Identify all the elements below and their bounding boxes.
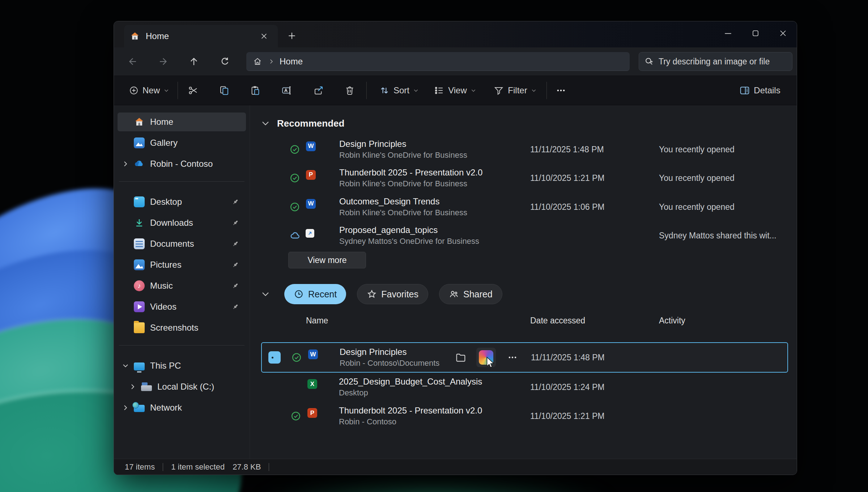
- sidebar-item-music[interactable]: ♪ Music: [118, 276, 246, 295]
- details-button-label: Details: [754, 85, 780, 96]
- row-more-options-button[interactable]: [503, 348, 522, 367]
- chevron-right-icon[interactable]: [120, 404, 131, 411]
- breadcrumb[interactable]: Home: [280, 56, 303, 67]
- sidebar-item-this-pc[interactable]: This PC: [118, 356, 246, 375]
- sidebar-item-local-disk[interactable]: Local Disk (C:): [118, 377, 246, 396]
- recommended-item[interactable]: Proposed_agenda_topics Sydney Mattos's O…: [261, 221, 788, 250]
- tab-close-icon[interactable]: [256, 28, 272, 44]
- downloads-icon: [133, 218, 145, 228]
- file-name: 2025_Design_Budget_Cost_Analysis: [339, 377, 482, 387]
- recommended-item[interactable]: W Design Principles Robin Kline's OneDri…: [261, 135, 788, 164]
- sidebar-item-onedrive[interactable]: Robin - Contoso: [118, 154, 246, 173]
- chevron-down-icon[interactable]: [261, 290, 270, 298]
- sidebar-divider: [119, 181, 244, 182]
- search-input[interactable]: Try describing an image or file: [639, 52, 792, 71]
- pin-icon: [231, 261, 239, 269]
- recommended-section-header[interactable]: Recommended: [261, 116, 344, 131]
- view-more-button[interactable]: View more: [288, 252, 366, 268]
- file-row[interactable]: X 2025_Design_Budget_Cost_Analysis Deskt…: [261, 373, 788, 402]
- selection-size: 27.8 KB: [233, 462, 261, 472]
- more-options-button[interactable]: [551, 80, 571, 101]
- tab-home[interactable]: Home: [124, 25, 278, 47]
- status-divider: [269, 463, 269, 471]
- open-file-location-button[interactable]: [451, 348, 471, 367]
- toolbar-divider: [178, 82, 178, 99]
- file-name: Design Principles: [339, 139, 467, 149]
- filter-recent[interactable]: Recent: [284, 284, 346, 304]
- clock-icon: [294, 289, 304, 299]
- sidebar-divider: [119, 345, 244, 345]
- cloud-status-icon: [289, 230, 300, 241]
- maximize-button[interactable]: [742, 21, 769, 45]
- command-bar: New: [114, 76, 797, 105]
- sidebar-item-home[interactable]: Home: [118, 113, 246, 131]
- sidebar-item-desktop[interactable]: Desktop: [118, 192, 246, 211]
- sync-check-icon: [289, 202, 300, 212]
- filter-button[interactable]: Filter: [486, 80, 544, 101]
- filter-favorites[interactable]: Favorites: [357, 284, 428, 304]
- file-name: Outcomes_Design Trends: [339, 196, 467, 207]
- filter-shared[interactable]: Shared: [439, 284, 502, 304]
- recommended-item[interactable]: W Outcomes_Design Trends Robin Kline's O…: [261, 192, 788, 221]
- search-sparkle-icon: [644, 56, 654, 67]
- chevron-right-icon[interactable]: [128, 383, 138, 390]
- sync-check-icon: [289, 144, 300, 155]
- sidebar-item-videos[interactable]: Videos: [118, 297, 246, 316]
- cut-button[interactable]: [182, 80, 204, 101]
- close-button[interactable]: [769, 21, 797, 45]
- filter-label: Favorites: [381, 289, 418, 300]
- selected-checkbox[interactable]: [268, 351, 281, 364]
- file-location: Robin - Contoso: [339, 417, 482, 427]
- shortcut-arrow-icon: [306, 229, 314, 238]
- back-icon[interactable]: [123, 52, 141, 71]
- file-name: Thunderbolt 2025 - Presentation v2.0: [339, 167, 482, 178]
- rename-button[interactable]: [276, 80, 298, 101]
- explorer-body: Home Gallery Robin -: [114, 105, 797, 459]
- refresh-icon[interactable]: [216, 52, 234, 71]
- sort-button[interactable]: Sort: [372, 80, 426, 101]
- gallery-icon: [133, 137, 145, 148]
- chevron-down-icon[interactable]: [120, 362, 131, 369]
- pictures-icon: [133, 259, 145, 270]
- share-button[interactable]: [308, 80, 329, 101]
- new-button[interactable]: New: [122, 80, 176, 101]
- pin-icon: [231, 240, 239, 248]
- star-icon: [367, 289, 377, 299]
- file-location: Robin Kline's OneDrive for Business: [339, 150, 467, 160]
- file-row[interactable]: P Thunderbolt 2025 - Presentation v2.0 R…: [261, 402, 788, 430]
- details-button[interactable]: Details: [731, 80, 789, 101]
- file-name: Thunderbolt 2025 - Presentation v2.0: [339, 406, 482, 416]
- sidebar-label: Screenshots: [150, 323, 198, 333]
- sidebar-item-gallery[interactable]: Gallery: [118, 133, 246, 152]
- status-divider: [163, 463, 163, 471]
- address-bar[interactable]: Home: [246, 52, 630, 71]
- sidebar-label: Desktop: [150, 197, 182, 207]
- new-tab-button[interactable]: [283, 27, 301, 44]
- up-icon[interactable]: [185, 52, 203, 71]
- file-date: 11/11/2025 1:48 PM: [530, 144, 604, 154]
- view-button[interactable]: View: [428, 80, 482, 101]
- recommended-item[interactable]: P Thunderbolt 2025 - Presentation v2.0 R…: [261, 164, 788, 192]
- sidebar-item-documents[interactable]: Documents: [118, 234, 246, 253]
- column-header-activity[interactable]: Activity: [659, 316, 685, 326]
- paste-button[interactable]: [244, 80, 266, 101]
- chevron-right-icon[interactable]: [120, 161, 131, 167]
- column-header-date-accessed[interactable]: Date accessed: [530, 316, 585, 326]
- sidebar-item-network[interactable]: Network: [118, 398, 246, 417]
- mouse-cursor: [484, 356, 496, 368]
- file-row-selected[interactable]: W Design Principles Robin - Contoso\Docu…: [261, 342, 788, 373]
- file-location: Desktop: [339, 388, 482, 398]
- minimize-button[interactable]: [714, 21, 742, 45]
- file-date: 11/10/2025 1:06 PM: [530, 202, 604, 212]
- items-count: 17 items: [125, 462, 155, 472]
- column-header-name[interactable]: Name: [306, 316, 328, 326]
- copy-button[interactable]: [213, 80, 235, 101]
- sidebar-item-pictures[interactable]: Pictures: [118, 255, 246, 274]
- delete-button[interactable]: [339, 80, 361, 101]
- search-placeholder: Try describing an image or file: [659, 57, 770, 67]
- content-pane: Recommended W Design Principles Robin Kl…: [250, 105, 797, 459]
- address-home-icon: [253, 57, 262, 66]
- sidebar-item-screenshots[interactable]: Screenshots: [118, 318, 246, 337]
- sidebar-item-downloads[interactable]: Downloads: [118, 213, 246, 232]
- forward-icon[interactable]: [154, 52, 173, 71]
